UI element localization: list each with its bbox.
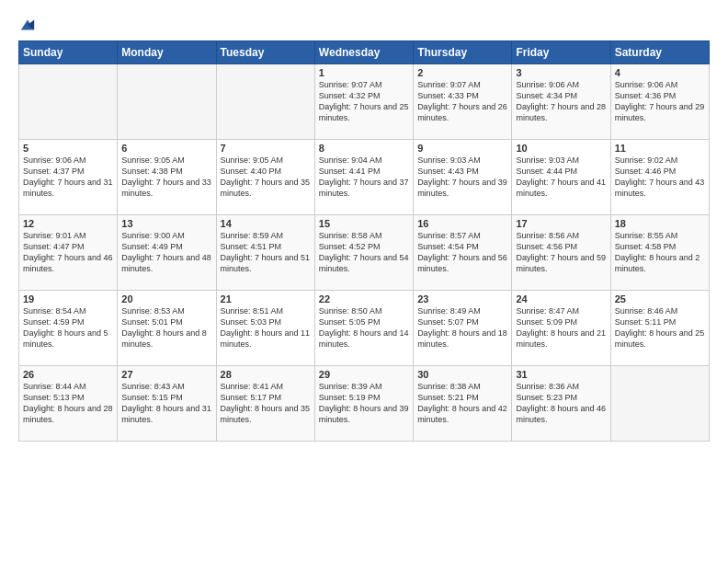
day-cell: 17Sunrise: 8:56 AM Sunset: 4:56 PM Dayli… — [512, 215, 610, 291]
day-number: 27 — [121, 369, 211, 380]
day-cell: 26Sunrise: 8:44 AM Sunset: 5:13 PM Dayli… — [19, 366, 118, 442]
day-cell — [118, 64, 216, 140]
day-number: 30 — [417, 369, 507, 380]
day-cell: 13Sunrise: 9:00 AM Sunset: 4:49 PM Dayli… — [118, 215, 216, 291]
day-number: 17 — [516, 218, 606, 229]
day-info: Sunrise: 9:01 AM Sunset: 4:47 PM Dayligh… — [23, 230, 113, 275]
day-info: Sunrise: 8:41 AM Sunset: 5:17 PM Dayligh… — [221, 381, 311, 426]
day-cell — [216, 64, 314, 140]
day-cell: 25Sunrise: 8:46 AM Sunset: 5:11 PM Dayli… — [610, 291, 709, 366]
day-number: 18 — [615, 218, 705, 229]
day-cell — [610, 366, 709, 442]
day-number: 2 — [417, 67, 507, 78]
day-number: 14 — [221, 218, 311, 229]
col-header-sunday: Sunday — [19, 41, 118, 64]
day-number: 1 — [319, 67, 409, 78]
day-info: Sunrise: 8:39 AM Sunset: 5:19 PM Dayligh… — [319, 381, 409, 426]
day-number: 11 — [615, 143, 705, 154]
day-number: 31 — [516, 369, 606, 380]
day-number: 23 — [417, 293, 507, 304]
col-header-friday: Friday — [512, 41, 610, 64]
day-cell — [19, 64, 118, 140]
day-number: 5 — [23, 143, 113, 154]
col-header-monday: Monday — [118, 41, 216, 64]
col-header-saturday: Saturday — [610, 41, 709, 64]
day-number: 6 — [121, 143, 211, 154]
week-row-3: 12Sunrise: 9:01 AM Sunset: 4:47 PM Dayli… — [19, 215, 710, 291]
day-info: Sunrise: 8:58 AM Sunset: 4:52 PM Dayligh… — [319, 230, 409, 275]
day-cell: 27Sunrise: 8:43 AM Sunset: 5:15 PM Dayli… — [118, 366, 216, 442]
day-info: Sunrise: 8:49 AM Sunset: 5:07 PM Dayligh… — [417, 305, 507, 350]
day-cell: 20Sunrise: 8:53 AM Sunset: 5:01 PM Dayli… — [118, 291, 216, 366]
day-info: Sunrise: 8:54 AM Sunset: 4:59 PM Dayligh… — [23, 305, 113, 350]
day-cell: 28Sunrise: 8:41 AM Sunset: 5:17 PM Dayli… — [216, 366, 314, 442]
day-number: 19 — [23, 293, 113, 304]
day-number: 29 — [319, 369, 409, 380]
day-info: Sunrise: 8:50 AM Sunset: 5:05 PM Dayligh… — [319, 305, 409, 350]
day-info: Sunrise: 8:46 AM Sunset: 5:11 PM Dayligh… — [615, 305, 705, 350]
day-cell: 10Sunrise: 9:03 AM Sunset: 4:44 PM Dayli… — [512, 140, 610, 215]
day-info: Sunrise: 8:59 AM Sunset: 4:51 PM Dayligh… — [221, 230, 311, 275]
day-number: 8 — [319, 143, 409, 154]
day-info: Sunrise: 9:04 AM Sunset: 4:41 PM Dayligh… — [319, 155, 409, 200]
day-info: Sunrise: 9:02 AM Sunset: 4:46 PM Dayligh… — [615, 155, 705, 200]
day-cell: 15Sunrise: 8:58 AM Sunset: 4:52 PM Dayli… — [314, 215, 413, 291]
day-cell: 23Sunrise: 8:49 AM Sunset: 5:07 PM Dayli… — [414, 291, 512, 366]
day-info: Sunrise: 9:03 AM Sunset: 4:43 PM Dayligh… — [417, 155, 507, 200]
day-number: 16 — [417, 218, 507, 229]
logo — [18, 17, 36, 33]
day-info: Sunrise: 8:51 AM Sunset: 5:03 PM Dayligh… — [221, 305, 311, 350]
day-number: 26 — [23, 369, 113, 380]
week-row-5: 26Sunrise: 8:44 AM Sunset: 5:13 PM Dayli… — [19, 366, 710, 442]
day-cell: 31Sunrise: 8:36 AM Sunset: 5:23 PM Dayli… — [512, 366, 610, 442]
day-cell: 1Sunrise: 9:07 AM Sunset: 4:32 PM Daylig… — [314, 64, 413, 140]
day-cell: 18Sunrise: 8:55 AM Sunset: 4:58 PM Dayli… — [610, 215, 709, 291]
col-header-tuesday: Tuesday — [216, 41, 314, 64]
day-cell: 19Sunrise: 8:54 AM Sunset: 4:59 PM Dayli… — [19, 291, 118, 366]
day-info: Sunrise: 8:55 AM Sunset: 4:58 PM Dayligh… — [615, 230, 705, 275]
day-info: Sunrise: 8:56 AM Sunset: 4:56 PM Dayligh… — [516, 230, 606, 275]
day-cell: 21Sunrise: 8:51 AM Sunset: 5:03 PM Dayli… — [216, 291, 314, 366]
day-info: Sunrise: 9:07 AM Sunset: 4:32 PM Dayligh… — [319, 79, 409, 124]
day-cell: 6Sunrise: 9:05 AM Sunset: 4:38 PM Daylig… — [118, 140, 216, 215]
day-number: 10 — [516, 143, 606, 154]
day-cell: 14Sunrise: 8:59 AM Sunset: 4:51 PM Dayli… — [216, 215, 314, 291]
day-number: 3 — [516, 67, 606, 78]
col-header-thursday: Thursday — [414, 41, 512, 64]
day-cell: 7Sunrise: 9:05 AM Sunset: 4:40 PM Daylig… — [216, 140, 314, 215]
day-number: 4 — [615, 67, 705, 78]
header — [18, 17, 710, 33]
day-number: 13 — [121, 218, 211, 229]
week-row-2: 5Sunrise: 9:06 AM Sunset: 4:37 PM Daylig… — [19, 140, 710, 215]
day-cell: 2Sunrise: 9:07 AM Sunset: 4:33 PM Daylig… — [414, 64, 512, 140]
day-cell: 8Sunrise: 9:04 AM Sunset: 4:41 PM Daylig… — [314, 140, 413, 215]
day-info: Sunrise: 8:38 AM Sunset: 5:21 PM Dayligh… — [417, 381, 507, 426]
day-cell: 4Sunrise: 9:06 AM Sunset: 4:36 PM Daylig… — [610, 64, 709, 140]
day-cell: 16Sunrise: 8:57 AM Sunset: 4:54 PM Dayli… — [414, 215, 512, 291]
day-info: Sunrise: 9:06 AM Sunset: 4:37 PM Dayligh… — [23, 155, 113, 200]
day-cell: 30Sunrise: 8:38 AM Sunset: 5:21 PM Dayli… — [414, 366, 512, 442]
day-info: Sunrise: 9:05 AM Sunset: 4:38 PM Dayligh… — [121, 155, 211, 200]
day-number: 20 — [121, 293, 211, 304]
calendar-header-row: SundayMondayTuesdayWednesdayThursdayFrid… — [19, 41, 710, 64]
day-cell: 22Sunrise: 8:50 AM Sunset: 5:05 PM Dayli… — [314, 291, 413, 366]
day-number: 7 — [221, 143, 311, 154]
day-number: 12 — [23, 218, 113, 229]
day-info: Sunrise: 8:36 AM Sunset: 5:23 PM Dayligh… — [516, 381, 606, 426]
day-number: 22 — [319, 293, 409, 304]
day-info: Sunrise: 9:06 AM Sunset: 4:36 PM Dayligh… — [615, 79, 705, 124]
day-info: Sunrise: 9:06 AM Sunset: 4:34 PM Dayligh… — [516, 79, 606, 124]
day-number: 24 — [516, 293, 606, 304]
day-number: 25 — [615, 293, 705, 304]
day-cell: 9Sunrise: 9:03 AM Sunset: 4:43 PM Daylig… — [414, 140, 512, 215]
day-cell: 29Sunrise: 8:39 AM Sunset: 5:19 PM Dayli… — [314, 366, 413, 442]
day-info: Sunrise: 8:53 AM Sunset: 5:01 PM Dayligh… — [121, 305, 211, 350]
logo-icon — [19, 17, 36, 33]
col-header-wednesday: Wednesday — [314, 41, 413, 64]
day-info: Sunrise: 8:43 AM Sunset: 5:15 PM Dayligh… — [121, 381, 211, 426]
day-number: 28 — [221, 369, 311, 380]
day-info: Sunrise: 9:05 AM Sunset: 4:40 PM Dayligh… — [221, 155, 311, 200]
day-cell: 12Sunrise: 9:01 AM Sunset: 4:47 PM Dayli… — [19, 215, 118, 291]
day-info: Sunrise: 9:03 AM Sunset: 4:44 PM Dayligh… — [516, 155, 606, 200]
day-cell: 3Sunrise: 9:06 AM Sunset: 4:34 PM Daylig… — [512, 64, 610, 140]
